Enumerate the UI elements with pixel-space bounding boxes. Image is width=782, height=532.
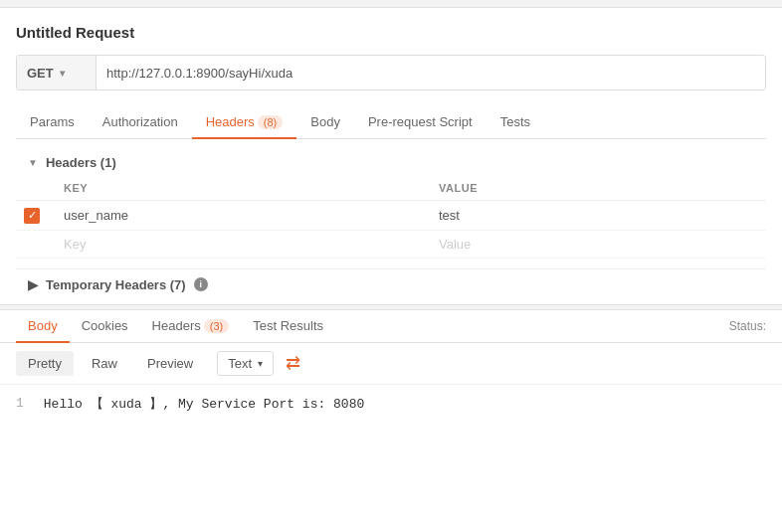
empty-checkbox-cell — [16, 230, 52, 258]
status-area: Status: — [729, 319, 766, 333]
table-row: ✓ user_name test — [16, 201, 766, 231]
tab-headers-badge: (8) — [258, 115, 283, 129]
format-btn-preview[interactable]: Preview — [135, 351, 205, 376]
empty-key[interactable]: Key — [52, 230, 427, 258]
tab-tests[interactable]: Tests — [487, 106, 544, 139]
empty-value[interactable]: Value — [427, 230, 766, 258]
tab-headers[interactable]: Headers(8) — [192, 106, 297, 139]
response-tabs-bar: Body Cookies Headers(3) Test Results Sta… — [0, 310, 782, 343]
headers-section-header[interactable]: ▼ Headers (1) — [16, 149, 766, 176]
url-bar: GET ▾ — [16, 55, 766, 90]
headers-section-label: Headers (1) — [46, 155, 116, 170]
headers-collapse-arrow: ▼ — [28, 157, 38, 168]
key-placeholder: Key — [64, 237, 86, 252]
format-type-dropdown[interactable]: Text ▾ — [217, 351, 274, 376]
row-checkbox-cell: ✓ — [16, 201, 52, 231]
format-bar: Pretty Raw Preview Text ▾ ⇄ — [0, 343, 782, 385]
tab-headers-label: Headers — [206, 114, 255, 129]
key-col-header: KEY — [52, 176, 427, 201]
tab-body[interactable]: Body — [296, 106, 354, 139]
page-title: Untitled Request — [16, 24, 766, 41]
response-tab-headers-badge: (3) — [204, 319, 229, 333]
row-value[interactable]: test — [427, 201, 766, 231]
line-number: 1 — [16, 396, 24, 411]
method-dropdown-arrow: ▾ — [60, 68, 65, 79]
checkbox-col-header — [16, 176, 52, 201]
method-label: GET — [27, 66, 54, 81]
row-checkbox[interactable]: ✓ — [24, 208, 40, 224]
method-select[interactable]: GET ▾ — [17, 56, 97, 89]
response-text: Hello 【 xuda 】, My Service Port is: 8080 — [44, 395, 364, 413]
temp-headers-label: Temporary Headers (7) — [46, 277, 186, 292]
temp-headers-arrow: ▶ — [28, 277, 38, 292]
row-key[interactable]: user_name — [52, 201, 427, 231]
info-icon[interactable]: i — [194, 277, 208, 291]
response-tab-test-results[interactable]: Test Results — [241, 310, 335, 343]
format-dropdown-arrow: ▾ — [258, 358, 263, 369]
response-tab-cookies[interactable]: Cookies — [70, 310, 140, 343]
table-row-empty: Key Value — [16, 230, 766, 258]
response-tab-headers-label: Headers — [152, 318, 201, 333]
format-type-label: Text — [228, 356, 252, 371]
tab-pre-request[interactable]: Pre-request Script — [354, 106, 487, 139]
tab-params[interactable]: Params — [16, 106, 89, 139]
request-tabs-bar: Params Authorization Headers(8) Body Pre… — [16, 106, 766, 139]
format-btn-pretty[interactable]: Pretty — [16, 351, 74, 376]
response-body: 1 Hello 【 xuda 】, My Service Port is: 80… — [0, 385, 782, 423]
headers-table: KEY VALUE ✓ user_name test Key — [16, 176, 766, 259]
value-placeholder: Value — [439, 237, 471, 252]
wrap-icon[interactable]: ⇄ — [286, 352, 300, 374]
value-col-header: VALUE — [427, 176, 766, 201]
headers-section: ▼ Headers (1) KEY VALUE ✓ user_name test — [16, 139, 766, 268]
response-line: 1 Hello 【 xuda 】, My Service Port is: 80… — [16, 395, 766, 413]
response-tab-body[interactable]: Body — [16, 310, 70, 343]
temp-headers-row[interactable]: ▶ Temporary Headers (7) i — [16, 268, 766, 300]
response-tab-headers[interactable]: Headers(3) — [140, 310, 242, 343]
format-btn-raw[interactable]: Raw — [80, 351, 129, 376]
url-input[interactable] — [97, 66, 765, 81]
tab-authorization[interactable]: Authorization — [89, 106, 192, 139]
